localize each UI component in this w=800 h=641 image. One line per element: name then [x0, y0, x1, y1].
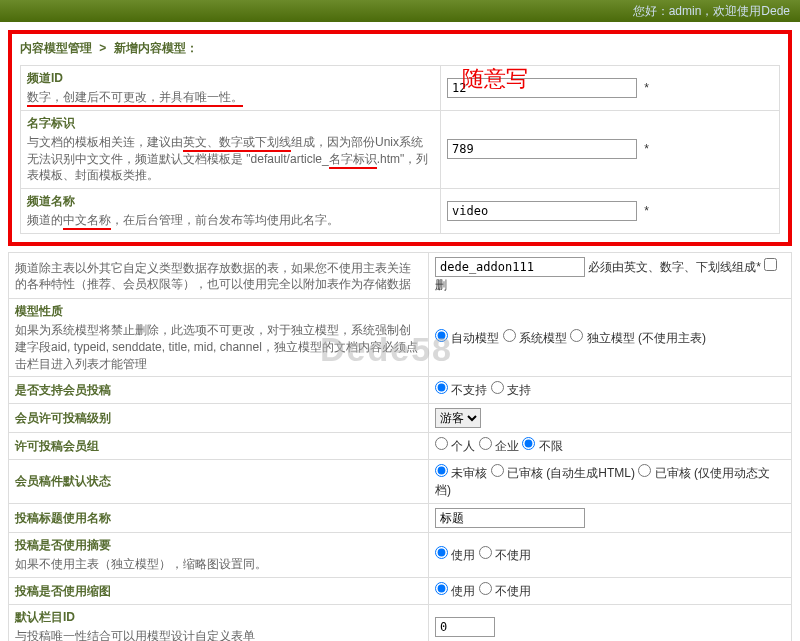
label-default-col: 默认栏目ID [15, 610, 75, 624]
row-model-type: 模型性质 如果为系统模型将禁止删除，此选项不可更改，对于独立模型，系统强制创建字… [9, 298, 792, 376]
row-default-col: 默认栏目ID 与投稿唯一性结合可以用模型设计自定义表单 [9, 605, 792, 641]
row-channel-id: 频道ID 数字，创建后不可更改，并具有唯一性。 * [21, 66, 780, 111]
opt-use-summary[interactable]: 使用 [435, 548, 475, 562]
desc-name-tag: 与文档的模板相关连，建议由英文、数字或下划线组成，因为部份Unix系统无法识别中… [27, 134, 434, 184]
req-mark: * [644, 81, 649, 95]
desc-channel-name: 频道的中文名称，在后台管理，前台发布等均使用此名字。 [27, 212, 434, 229]
breadcrumb-sep: > [99, 41, 106, 55]
row-member-level: 会员许可投稿级别 游客 [9, 404, 792, 433]
input-name-tag[interactable] [447, 139, 637, 159]
top-form-table: 频道ID 数字，创建后不可更改，并具有唯一性。 * 名字标识 与文档的模板相关连… [20, 65, 780, 234]
chk-label: 删 [435, 278, 447, 292]
opt-personal[interactable]: 个人 [435, 439, 475, 453]
row-addon-table: 频道除主表以外其它自定义类型数据存放数据的表，如果您不使用主表关连的各种特性（推… [9, 252, 792, 298]
opt-unlimited[interactable]: 不限 [522, 439, 562, 453]
desc-default-col: 与投稿唯一性结合可以用模型设计自定义表单 [15, 628, 422, 641]
checkbox-delete[interactable] [764, 258, 777, 271]
label-use-summary: 投稿是否使用摘要 [15, 538, 111, 552]
highlight-box: 内容模型管理 > 新增内容模型： 随意写 频道ID 数字，创建后不可更改，并具有… [8, 30, 792, 246]
breadcrumb-a: 内容模型管理 [20, 41, 92, 55]
label-title-name: 投稿标题使用名称 [15, 511, 111, 525]
breadcrumb-b: 新增内容模型： [114, 41, 198, 55]
row-title-name: 投稿标题使用名称 [9, 504, 792, 533]
label-member-post: 是否支持会员投稿 [15, 383, 111, 397]
desc-addon-table: 频道除主表以外其它自定义类型数据存放数据的表，如果您不使用主表关连的各种特性（推… [15, 260, 422, 294]
top-bar: 您好：admin，欢迎使用Dede [0, 0, 800, 22]
label-channel-name: 频道名称 [27, 194, 75, 208]
input-addon-table[interactable] [435, 257, 585, 277]
opt-reviewed-html[interactable]: 已审核 (自动生成HTML) [491, 466, 635, 480]
label-default-status: 会员稿件默认状态 [15, 474, 111, 488]
label-use-thumb: 投稿是否使用缩图 [15, 584, 111, 598]
opt-indep-model[interactable]: 独立模型 (不使用主表) [570, 331, 706, 345]
row-allow-group: 许可投稿会员组 个人 企业 不限 [9, 433, 792, 460]
row-name-tag: 名字标识 与文档的模板相关连，建议由英文、数字或下划线组成，因为部份Unix系统… [21, 110, 780, 188]
opt-not-use-thumb[interactable]: 不使用 [479, 584, 531, 598]
label-member-level: 会员许可投稿级别 [15, 411, 111, 425]
addon-note: 必须由英文、数字、下划线组成* [588, 260, 764, 274]
main-form-table: 频道除主表以外其它自定义类型数据存放数据的表，如果您不使用主表关连的各种特性（推… [8, 252, 792, 641]
label-channel-id: 频道ID [27, 71, 63, 85]
opt-use-thumb[interactable]: 使用 [435, 584, 475, 598]
input-title-name[interactable] [435, 508, 585, 528]
row-channel-name: 频道名称 频道的中文名称，在后台管理，前台发布等均使用此名字。 * [21, 189, 780, 234]
annotation-text: 随意写 [462, 64, 528, 94]
input-channel-name[interactable] [447, 201, 637, 221]
req-mark: * [644, 204, 649, 218]
opt-not-support[interactable]: 不支持 [435, 383, 487, 397]
row-use-thumb: 投稿是否使用缩图 使用 不使用 [9, 578, 792, 605]
opt-support[interactable]: 支持 [491, 383, 531, 397]
breadcrumb: 内容模型管理 > 新增内容模型： [20, 40, 780, 57]
select-member-level[interactable]: 游客 [435, 408, 481, 428]
opt-enterprise[interactable]: 企业 [479, 439, 519, 453]
opt-not-use-summary[interactable]: 不使用 [479, 548, 531, 562]
label-name-tag: 名字标识 [27, 116, 75, 130]
opt-unreviewed[interactable]: 未审核 [435, 466, 487, 480]
label-allow-group: 许可投稿会员组 [15, 439, 99, 453]
row-default-status: 会员稿件默认状态 未审核 已审核 (自动生成HTML) 已审核 (仅使用动态文档… [9, 460, 792, 504]
row-use-summary: 投稿是否使用摘要 如果不使用主表（独立模型），缩略图设置同。 使用 不使用 [9, 533, 792, 578]
opt-auto-model[interactable]: 自动模型 [435, 331, 499, 345]
row-member-post: 是否支持会员投稿 不支持 支持 [9, 377, 792, 404]
desc-use-summary: 如果不使用主表（独立模型），缩略图设置同。 [15, 556, 422, 573]
desc-model-type: 如果为系统模型将禁止删除，此选项不可更改，对于独立模型，系统强制创建字段aid,… [15, 322, 422, 372]
welcome-text: 您好：admin，欢迎使用Dede [633, 4, 790, 18]
opt-sys-model[interactable]: 系统模型 [503, 331, 567, 345]
label-model-type: 模型性质 [15, 304, 63, 318]
req-mark: * [644, 142, 649, 156]
input-default-col[interactable] [435, 617, 495, 637]
desc-channel-id: 数字，创建后不可更改，并具有唯一性。 [27, 89, 434, 106]
